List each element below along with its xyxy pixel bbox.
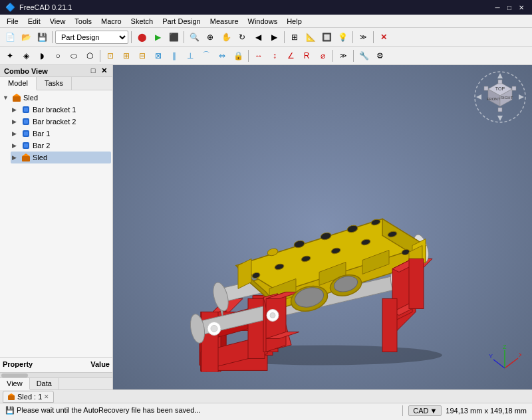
menu-item-part design[interactable]: Part Design bbox=[158, 16, 204, 27]
back-button[interactable]: ◀ bbox=[251, 30, 265, 45]
dim-vertical-button[interactable]: ↕ bbox=[267, 49, 282, 63]
measure-button[interactable]: 📐 bbox=[303, 30, 318, 45]
sep-10 bbox=[353, 50, 354, 62]
tree-arrow-sled: ▼ bbox=[3, 94, 12, 101]
bar-1-icon bbox=[21, 129, 31, 138]
sidebar-scrollbar[interactable] bbox=[0, 372, 112, 377]
menu-item-help[interactable]: Help bbox=[283, 16, 306, 27]
constraint-horizontal-button[interactable]: ⊠ bbox=[151, 49, 166, 63]
viewport-tab-sled[interactable]: Sled : 1 ✕ bbox=[3, 391, 54, 403]
menu-item-measure[interactable]: Measure bbox=[206, 16, 243, 27]
sketch-ellipse-button[interactable]: ⬭ bbox=[66, 49, 81, 63]
menu-item-sketch[interactable]: Sketch bbox=[127, 16, 158, 27]
tree-item-bar-bracket-2[interactable]: ▶ Bar bracket 2 bbox=[11, 116, 111, 128]
status-bar: 💾 Please wait until the AutoRecovery fil… bbox=[0, 403, 532, 417]
menu-item-view[interactable]: View bbox=[46, 16, 70, 27]
data-tab[interactable]: Data bbox=[30, 378, 59, 389]
combo-tab-bar: Model Tasks bbox=[0, 77, 112, 90]
tree-item-sled-root[interactable]: ▼ Sled bbox=[1, 92, 111, 104]
svg-text:TOP: TOP bbox=[495, 86, 505, 91]
tab-model[interactable]: Model bbox=[0, 77, 37, 90]
svg-rect-95 bbox=[8, 395, 15, 400]
sketch-circle-button[interactable]: ○ bbox=[51, 49, 65, 63]
workbench-selector[interactable]: Part Design Sketcher Part bbox=[55, 31, 128, 44]
svg-marker-1 bbox=[13, 94, 21, 96]
tree-item-sled-child[interactable]: ▶ Sled bbox=[11, 152, 111, 163]
svg-line-89 bbox=[505, 358, 518, 368]
constraint-perpendicular-button[interactable]: ⊥ bbox=[183, 49, 198, 63]
sketch-poly-button[interactable]: ⬡ bbox=[82, 49, 97, 63]
menu-item-macro[interactable]: Macro bbox=[97, 16, 126, 27]
toolbar-2: ✦ ◈ ◗ ○ ⬭ ⬡ ⊡ ⊞ ⊟ ⊠ ∥ ⊥ ⌒ ⇔ 🔒 ↔ ↕ ∠ R ⌀ … bbox=[0, 47, 532, 65]
menu-item-file[interactable]: File bbox=[3, 16, 23, 27]
rotate-button[interactable]: ↻ bbox=[235, 30, 249, 45]
viewport-tab-close[interactable]: ✕ bbox=[44, 393, 49, 400]
open-file-button[interactable]: 📂 bbox=[19, 30, 33, 45]
menu-item-tools[interactable]: Tools bbox=[70, 16, 96, 27]
cad-button[interactable]: CAD ▼ bbox=[408, 405, 442, 416]
grid-button[interactable]: ⊞ bbox=[287, 30, 302, 45]
section-button[interactable]: 🔲 bbox=[319, 30, 334, 45]
maximize-button[interactable]: □ bbox=[504, 2, 515, 13]
tools-button[interactable]: 🔧 bbox=[356, 49, 371, 63]
svg-marker-73 bbox=[266, 292, 286, 352]
zoom-in-button[interactable]: ⊕ bbox=[203, 30, 217, 45]
tree-item-bar-2[interactable]: ▶ Bar 2 bbox=[11, 140, 111, 152]
tree-item-bar-bracket-1[interactable]: ▶ Bar bracket 1 bbox=[11, 104, 111, 116]
constraint-coincident-button[interactable]: ⊡ bbox=[103, 49, 118, 63]
constraint-vertical-button[interactable]: ⊟ bbox=[135, 49, 150, 63]
svg-text:X: X bbox=[519, 352, 521, 358]
more-button[interactable]: ≫ bbox=[356, 30, 370, 45]
render-button[interactable]: 💡 bbox=[335, 30, 350, 45]
property-header: Property Value bbox=[3, 360, 110, 368]
svg-point-86 bbox=[211, 325, 217, 332]
minimize-button[interactable]: ─ bbox=[492, 2, 503, 13]
constraint-tangent-button[interactable]: ⌒ bbox=[199, 49, 213, 63]
status-message: Please wait until the AutoRecovery file … bbox=[17, 406, 200, 414]
sketch-line-button[interactable]: ◈ bbox=[19, 49, 33, 63]
combo-close-button[interactable]: ✕ bbox=[99, 66, 108, 75]
constraint-parallel-button[interactable]: ∥ bbox=[167, 49, 182, 63]
main-area: Combo View □ ✕ Model Tasks ▼ Sled ▶ bbox=[0, 65, 532, 389]
dim-radius-button[interactable]: R bbox=[299, 49, 314, 63]
view-tab[interactable]: View bbox=[0, 378, 30, 390]
bar-bracket-1-icon bbox=[21, 105, 31, 114]
undo-button[interactable]: ⬤ bbox=[134, 30, 149, 45]
sep-1 bbox=[52, 31, 53, 43]
tree-label-sledchild: Sled bbox=[33, 154, 110, 161]
dim-angle-button[interactable]: ∠ bbox=[283, 49, 298, 63]
tab-tasks[interactable]: Tasks bbox=[37, 77, 72, 90]
sidebar: Combo View □ ✕ Model Tasks ▼ Sled ▶ bbox=[0, 65, 113, 389]
tree-label-bb1: Bar bracket 1 bbox=[33, 106, 110, 114]
sep-7 bbox=[100, 50, 100, 62]
pan-button[interactable]: ✋ bbox=[219, 30, 233, 45]
model-svg bbox=[140, 92, 505, 371]
dim-horizontal-button[interactable]: ↔ bbox=[251, 49, 266, 63]
dim-diam-button[interactable]: ⌀ bbox=[315, 49, 330, 63]
tools2-button[interactable]: ⚙ bbox=[372, 49, 387, 63]
menu-item-edit[interactable]: Edit bbox=[24, 16, 45, 27]
zoom-fit-button[interactable]: 🔍 bbox=[187, 30, 201, 45]
forward-button[interactable]: ▶ bbox=[267, 30, 281, 45]
svg-rect-79 bbox=[409, 259, 424, 308]
run-button[interactable]: ▶ bbox=[150, 30, 165, 45]
constraint-lock-button[interactable]: 🔒 bbox=[231, 49, 245, 63]
save-file-button[interactable]: 💾 bbox=[35, 30, 49, 45]
constraint-symmetric-button[interactable]: ⇔ bbox=[215, 49, 229, 63]
sep-2 bbox=[131, 31, 132, 43]
close-button[interactable]: ✕ bbox=[516, 2, 527, 13]
new-file-button[interactable]: 📄 bbox=[3, 30, 17, 45]
sketch-point-button[interactable]: ✦ bbox=[3, 49, 17, 63]
more2-button[interactable]: ≫ bbox=[336, 49, 350, 63]
constraint-point-button[interactable]: ⊞ bbox=[119, 49, 134, 63]
svg-rect-9 bbox=[24, 144, 28, 148]
pause-button[interactable]: ⬛ bbox=[166, 30, 181, 45]
viewport[interactable]: TOP FRONT RIGHT bbox=[113, 65, 532, 389]
menu-item-windows[interactable]: Windows bbox=[244, 16, 282, 27]
help-button[interactable]: ✕ bbox=[376, 30, 391, 45]
scroll-thumb[interactable] bbox=[1, 373, 28, 377]
tree-item-bar-1[interactable]: ▶ Bar 1 bbox=[11, 128, 111, 140]
combo-view-header: Combo View □ ✕ bbox=[0, 65, 112, 77]
combo-float-button[interactable]: □ bbox=[88, 66, 98, 75]
sketch-arc-button[interactable]: ◗ bbox=[35, 49, 49, 63]
